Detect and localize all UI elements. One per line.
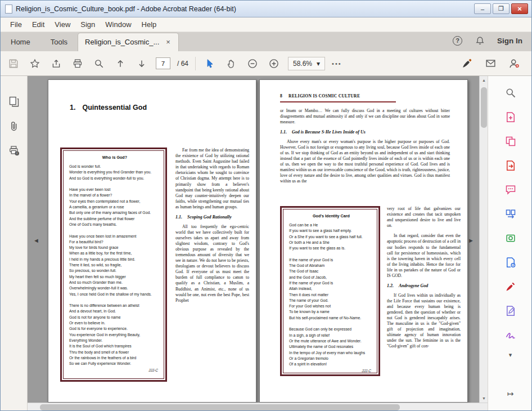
toolbar-right-group (459, 56, 526, 71)
section-number: 1.2. (387, 283, 394, 289)
tab-close-icon[interactable]: × (165, 38, 172, 46)
next-page-icon[interactable] (134, 56, 149, 71)
menu-help[interactable]: Help (137, 19, 162, 30)
star-favorite-icon[interactable] (28, 56, 42, 71)
right-page-top-block: or Imam or Mambo… We can fully discuss G… (280, 108, 450, 185)
toolbar-divider (195, 57, 196, 70)
select-tool-icon[interactable] (202, 56, 217, 71)
tool-fill-sign-icon[interactable] (503, 279, 519, 294)
tool-export-pdf-icon[interactable] (503, 158, 519, 173)
bell-icon[interactable] (472, 33, 487, 48)
expand-pane-icon[interactable]: ↦ (507, 389, 514, 398)
tool-search-icon[interactable] (503, 85, 519, 101)
running-header-page-number: 8 (280, 93, 282, 99)
paragraph: very root of life that galvanizes our ex… (387, 206, 461, 229)
vertical-scrollbar-thumb[interactable] (481, 87, 487, 128)
card-text: God can be a He If you want to see a gla… (289, 222, 373, 367)
paragraph: If God lives within us individually as t… (387, 293, 461, 350)
card-inner: God's Identity Card God can be a He If y… (283, 209, 377, 373)
section-title: Scoping God Rationally (187, 215, 232, 221)
section-number: 1.1. (175, 215, 182, 221)
share-icon[interactable] (49, 56, 64, 71)
email-icon[interactable] (483, 56, 498, 71)
paragraph: Above every man's or every woman's purpo… (280, 139, 450, 185)
section-heading: 1.2. Androgyne God (387, 283, 461, 289)
menu-window[interactable]: Window (100, 19, 136, 30)
account-profile-icon[interactable] (507, 56, 521, 71)
hand-tool-icon[interactable] (224, 56, 238, 71)
paragraph: or Imam or Mambo… We can fully discuss G… (280, 108, 450, 125)
tool-enhance-scans-icon[interactable] (503, 230, 519, 246)
zoom-level-dropdown[interactable]: 58.6% ▾ (288, 57, 325, 70)
maximize-button[interactable]: ❐ (493, 3, 510, 14)
section-heading: 1.1. God is Because S-He Lives Inside of… (280, 129, 450, 136)
card-signature: JJJ-C (289, 369, 373, 373)
tool-edit-pdf-icon[interactable] (503, 303, 519, 319)
chevron-down-icon: ▾ (317, 60, 320, 68)
menu-view[interactable]: View (49, 19, 75, 30)
attachments-paperclip-icon[interactable] (7, 119, 21, 133)
svg-text:i: i (16, 151, 17, 155)
poem-signature: JJJ-C (69, 368, 160, 372)
next-page-nav-arrow[interactable]: ► (468, 237, 474, 244)
vertical-scrollbar[interactable]: ▲ ▼ (479, 76, 488, 403)
minimize-button[interactable]: – (474, 3, 491, 14)
page-total-label: / 64 (177, 60, 188, 68)
menu-file[interactable]: File (5, 19, 27, 30)
pdf-file-icon (5, 5, 12, 14)
tool-ink-sign-icon[interactable] (503, 327, 519, 343)
menu-edit[interactable]: Edit (27, 19, 49, 30)
who-is-god-poem-box: Who is God? God is wonder full. Wonder i… (60, 148, 167, 382)
document-viewport[interactable]: 1.Quintessential God Who is God? God is … (28, 76, 488, 411)
chapter-number: 1. (70, 104, 75, 111)
tab-document[interactable]: Religion_is_Cosmic_... × (78, 33, 179, 51)
sign-pen-icon[interactable] (459, 56, 474, 71)
chapter-title: Quintessential God (82, 104, 147, 111)
paragraph: Far from me the idea of demonstrating th… (175, 148, 249, 210)
menu-sign[interactable]: Sign (75, 19, 100, 30)
page-thumbnails-icon[interactable] (7, 94, 21, 109)
page-number-input[interactable] (156, 57, 170, 69)
window-title: Religion_is_Cosmic_Culture_book.pdf - Ad… (16, 5, 474, 13)
toolbar: / 64 58.6% ▾ ••• (1, 51, 531, 76)
more-tools-icon[interactable]: ••• (332, 60, 342, 67)
zoom-level-value: 58.6% (293, 60, 312, 68)
tab-home[interactable]: Home (1, 33, 40, 51)
zoom-out-icon[interactable] (245, 56, 260, 71)
zoom-in-icon[interactable] (267, 56, 281, 71)
previous-page-nav-arrow[interactable]: ◄ (33, 237, 39, 244)
horizontal-scrollbar[interactable] (28, 403, 488, 411)
section-title: Androgyne God (399, 283, 428, 289)
tool-organize-pages-icon[interactable] (503, 206, 519, 222)
tool-comment-icon[interactable] (503, 182, 519, 198)
left-page-column2: Far from me the idea of demonstrating th… (175, 148, 249, 303)
poem-title: Who is God? (69, 155, 160, 160)
close-button[interactable]: × (511, 3, 528, 14)
tab-document-label: Religion_is_Cosmic_... (85, 38, 159, 46)
section-heading: 1.1. Scoping God Rationally (175, 215, 249, 221)
running-header: 8RELIGION IS COSMIC CULTURE (280, 93, 360, 99)
tab-tools[interactable]: Tools (40, 33, 78, 51)
gods-identity-card-box: God's Identity Card God can be a He If y… (280, 206, 380, 376)
sign-in-button[interactable]: Sign In (497, 37, 522, 45)
scroll-up-icon[interactable]: ▲ (480, 76, 488, 84)
scroll-down-icon[interactable]: ▼ (480, 394, 488, 403)
previous-page-icon[interactable] (113, 56, 128, 71)
pdf-page-left: 1.Quintessential God Who is God? God is … (48, 79, 256, 403)
horizontal-scrollbar-thumb[interactable] (40, 404, 400, 410)
paragraph: All too frequently the ego-centric world… (175, 224, 249, 303)
window-controls: – ❐ × (474, 3, 528, 14)
poem-inner: Who is God? God is wonder full. Wonder i… (63, 150, 164, 379)
save-icon[interactable] (6, 56, 21, 71)
tools-more-chevron-icon[interactable]: ▾ (509, 351, 512, 359)
tool-create-pdf-icon[interactable] (503, 109, 519, 125)
print-icon[interactable] (70, 56, 85, 71)
tool-combine-files-icon[interactable] (503, 133, 519, 149)
pdf-page-right: 8RELIGION IS COSMIC CULTURE or Imam or M… (259, 79, 468, 403)
help-icon[interactable]: ? (453, 36, 462, 46)
tools-pane: ▾ ↦ (488, 76, 532, 411)
search-icon[interactable] (92, 56, 106, 71)
titlebar: Religion_is_Cosmic_Culture_book.pdf - Ad… (1, 1, 531, 17)
tool-protect-pdf-icon[interactable] (503, 254, 519, 270)
printer-info-icon[interactable]: i (7, 144, 21, 158)
